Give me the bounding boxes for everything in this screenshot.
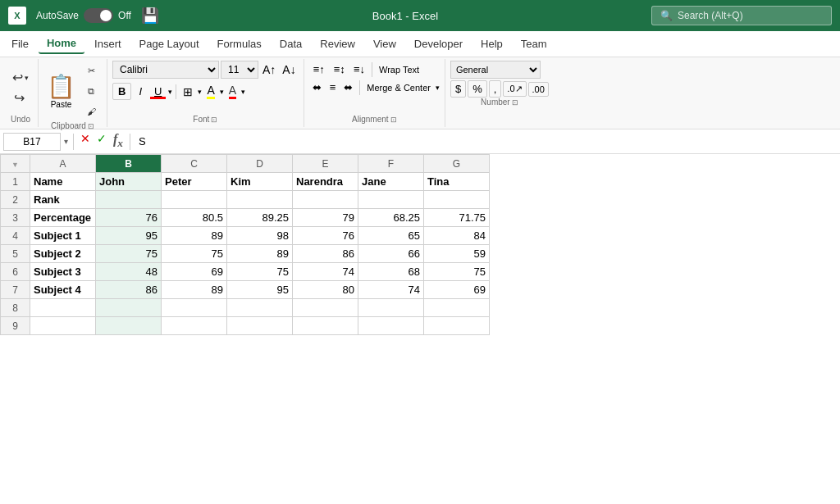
row-header-4[interactable]: 4: [1, 227, 30, 245]
autosave-toggle[interactable]: [84, 8, 113, 23]
underline-button[interactable]: U: [149, 83, 167, 100]
cell-G9[interactable]: [424, 317, 490, 335]
cell-D8[interactable]: [227, 299, 293, 317]
align-middle-button[interactable]: ≡↕: [331, 61, 349, 77]
menu-item-insert[interactable]: Insert: [86, 34, 130, 53]
cell-G4[interactable]: 84: [424, 227, 490, 245]
cell-B9[interactable]: [96, 317, 162, 335]
cell-F2[interactable]: [358, 191, 424, 209]
cell-G2[interactable]: [424, 191, 490, 209]
fill-dropdown[interactable]: ▾: [220, 88, 224, 96]
font-color-dropdown[interactable]: ▾: [241, 88, 245, 96]
row-header-9[interactable]: 9: [1, 317, 30, 335]
cell-B1[interactable]: John: [96, 173, 162, 191]
align-left-button[interactable]: ⬌: [309, 79, 325, 95]
cell-D9[interactable]: [227, 317, 293, 335]
cell-F6[interactable]: 68: [358, 263, 424, 281]
confirm-formula-icon[interactable]: ✓: [95, 132, 108, 150]
increase-decimal-button[interactable]: .00: [528, 82, 549, 97]
decrease-font-icon[interactable]: A↓: [280, 62, 298, 77]
increase-font-icon[interactable]: A↑: [260, 62, 278, 77]
font-face-select[interactable]: Calibri: [112, 61, 219, 79]
cell-C9[interactable]: [162, 317, 227, 335]
row-header-1[interactable]: 1: [1, 173, 30, 191]
menu-item-developer[interactable]: Developer: [406, 34, 471, 53]
menu-item-view[interactable]: View: [365, 34, 404, 53]
col-header-B[interactable]: B: [96, 155, 162, 173]
cell-D7[interactable]: 95: [227, 281, 293, 299]
row-header-8[interactable]: 8: [1, 299, 30, 317]
cell-A8[interactable]: [30, 299, 96, 317]
font-expander[interactable]: ⊡: [211, 116, 217, 124]
font-size-select[interactable]: 11: [221, 61, 258, 79]
menu-item-file[interactable]: File: [3, 34, 37, 53]
fill-color-button[interactable]: A: [203, 82, 217, 101]
cell-B4[interactable]: 95: [96, 227, 162, 245]
cell-E1[interactable]: Narendra: [293, 173, 358, 191]
row-header-6[interactable]: 6: [1, 263, 30, 281]
borders-dropdown[interactable]: ▾: [198, 88, 202, 96]
cell-D5[interactable]: 89: [227, 245, 293, 263]
cell-E5[interactable]: 86: [293, 245, 358, 263]
cell-F7[interactable]: 74: [358, 281, 424, 299]
cell-C7[interactable]: 89: [162, 281, 227, 299]
search-box[interactable]: 🔍 Search (Alt+Q): [651, 6, 832, 25]
decrease-decimal-button[interactable]: .0↗: [503, 81, 526, 97]
cell-C3[interactable]: 80.5: [162, 209, 227, 227]
cell-E2[interactable]: [293, 191, 358, 209]
cell-G5[interactable]: 59: [424, 245, 490, 263]
cell-C8[interactable]: [162, 299, 227, 317]
cell-D3[interactable]: 89.25: [227, 209, 293, 227]
italic-button[interactable]: I: [133, 83, 148, 100]
menu-item-data[interactable]: Data: [272, 34, 310, 53]
cell-B2[interactable]: [96, 191, 162, 209]
format-painter-button[interactable]: 🖌: [80, 102, 102, 121]
cell-B3[interactable]: 76: [96, 209, 162, 227]
col-header-F[interactable]: F: [358, 155, 424, 173]
cell-D1[interactable]: Kim: [227, 173, 293, 191]
underline-dropdown[interactable]: ▾: [168, 88, 172, 96]
cell-G3[interactable]: 71.75: [424, 209, 490, 227]
cell-A1[interactable]: Name: [30, 173, 96, 191]
cell-C5[interactable]: 75: [162, 245, 227, 263]
col-header-E[interactable]: E: [293, 155, 358, 173]
cell-B8[interactable]: [96, 299, 162, 317]
cell-D6[interactable]: 75: [227, 263, 293, 281]
cell-C6[interactable]: 69: [162, 263, 227, 281]
number-format-select[interactable]: General: [450, 61, 541, 79]
cell-F5[interactable]: 66: [358, 245, 424, 263]
insert-function-icon[interactable]: fx: [112, 132, 125, 150]
cell-D4[interactable]: 98: [227, 227, 293, 245]
undo-button[interactable]: ↩▾: [8, 68, 33, 88]
copy-button[interactable]: ⧉: [80, 81, 102, 101]
clipboard-expander[interactable]: ⊡: [88, 122, 94, 130]
cell-ref-dropdown[interactable]: ▾: [64, 137, 68, 146]
percent-button[interactable]: %: [468, 80, 487, 98]
cell-E8[interactable]: [293, 299, 358, 317]
row-header-7[interactable]: 7: [1, 281, 30, 299]
cell-E4[interactable]: 76: [293, 227, 358, 245]
save-icon[interactable]: 💾: [141, 7, 159, 25]
cell-A3[interactable]: Percentage: [30, 209, 96, 227]
cell-E3[interactable]: 79: [293, 209, 358, 227]
cell-B7[interactable]: 86: [96, 281, 162, 299]
cell-A4[interactable]: Subject 1: [30, 227, 96, 245]
col-header-A[interactable]: A: [30, 155, 96, 173]
cell-reference-box[interactable]: [3, 133, 61, 151]
wrap-text-button[interactable]: Wrap Text: [376, 63, 422, 76]
cell-F1[interactable]: Jane: [358, 173, 424, 191]
alignment-expander[interactable]: ⊡: [390, 116, 397, 124]
cell-F3[interactable]: 68.25: [358, 209, 424, 227]
cell-A7[interactable]: Subject 4: [30, 281, 96, 299]
cell-G8[interactable]: [424, 299, 490, 317]
cut-button[interactable]: ✂: [80, 61, 102, 80]
cell-E6[interactable]: 74: [293, 263, 358, 281]
menu-item-review[interactable]: Review: [312, 34, 363, 53]
paste-button[interactable]: 📋 Paste: [43, 68, 79, 114]
align-center-button[interactable]: ≡: [326, 79, 340, 95]
font-color-button[interactable]: A: [226, 82, 240, 101]
bold-button[interactable]: B: [112, 83, 131, 100]
col-header-C[interactable]: C: [162, 155, 227, 173]
cell-A6[interactable]: Subject 3: [30, 263, 96, 281]
cell-E7[interactable]: 80: [293, 281, 358, 299]
